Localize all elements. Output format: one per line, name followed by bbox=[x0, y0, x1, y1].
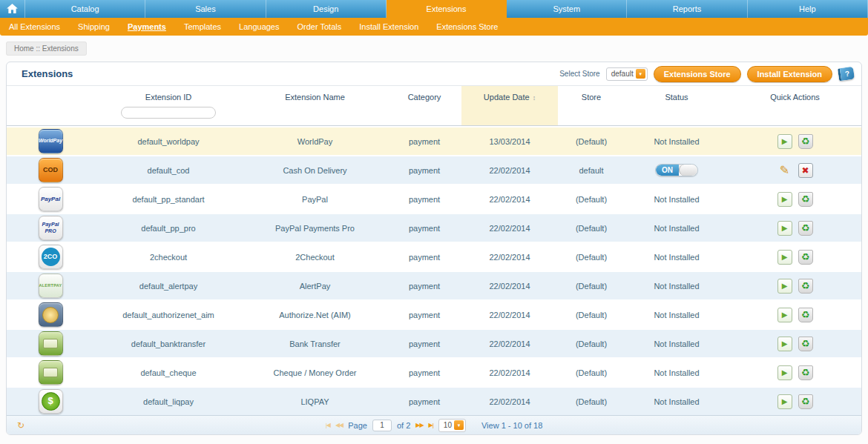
extension-id-cell: default_liqpay bbox=[94, 397, 243, 406]
extension-name-cell: PayPal Payments Pro bbox=[243, 224, 387, 233]
help-book-icon[interactable]: ? bbox=[838, 67, 855, 82]
table-row[interactable]: PayPal PROdefault_pp_proPayPal Payments … bbox=[7, 214, 861, 242]
uninstall-recycle-bin-icon[interactable]: ♻ bbox=[798, 221, 813, 236]
uninstall-recycle-bin-icon[interactable]: ♻ bbox=[798, 365, 813, 380]
quick-actions-cell: ▶♻ bbox=[729, 134, 861, 149]
category-cell: payment bbox=[387, 339, 461, 348]
extension-name-cell: Bank Transfer bbox=[243, 339, 387, 348]
store-cell: (Default) bbox=[558, 282, 625, 291]
store-column-header: Store bbox=[558, 86, 625, 125]
extension-id-cell: default_worldpay bbox=[94, 137, 243, 146]
status-text: Not Installed bbox=[654, 224, 699, 233]
status-text: Not Installed bbox=[654, 282, 699, 291]
home-tab[interactable] bbox=[0, 0, 25, 18]
uninstall-recycle-bin-icon[interactable]: ♻ bbox=[798, 192, 813, 207]
subnav-templates[interactable]: Templates bbox=[184, 22, 221, 31]
uninstall-recycle-bin-icon[interactable]: ♻ bbox=[798, 279, 813, 294]
tab-reports[interactable]: Reports bbox=[627, 0, 747, 18]
store-cell: (Default) bbox=[558, 195, 625, 204]
cash-on-delivery-icon: COD bbox=[39, 158, 63, 182]
refresh-icon[interactable]: ↻ bbox=[17, 420, 47, 431]
subnav-install-extension[interactable]: Install Extension bbox=[359, 22, 418, 31]
last-page-icon[interactable]: ▶| bbox=[429, 422, 433, 428]
next-page-icon[interactable]: ▶▶ bbox=[415, 422, 423, 428]
install-extension-button[interactable]: Install Extension bbox=[747, 66, 832, 82]
tab-design[interactable]: Design bbox=[266, 0, 387, 18]
extension-id-cell: default_cod bbox=[94, 166, 243, 175]
tab-catalog[interactable]: Catalog bbox=[25, 0, 145, 18]
install-play-icon[interactable]: ▶ bbox=[777, 192, 792, 207]
table-row[interactable]: $default_liqpayLIQPAYpayment22/02/2014(D… bbox=[7, 388, 861, 415]
extension-name-cell: Authorize.Net (AIM) bbox=[243, 311, 387, 319]
update-date-cell: 22/02/2014 bbox=[461, 311, 558, 319]
worldpay-logo-icon: WorldPay bbox=[39, 129, 63, 153]
select-store-label: Select Store bbox=[559, 70, 599, 78]
breadcrumb[interactable]: Home :: Extensions bbox=[6, 42, 87, 56]
table-row[interactable]: WorldPaydefault_worldpayWorldPaypayment1… bbox=[7, 127, 861, 155]
uninstall-recycle-bin-icon[interactable]: ♻ bbox=[798, 134, 813, 149]
tab-help[interactable]: Help bbox=[748, 0, 868, 18]
prev-page-icon[interactable]: ◀◀ bbox=[335, 422, 343, 428]
subnav-shipping[interactable]: Shipping bbox=[78, 22, 110, 31]
table-row[interactable]: ALERTPAYdefault_alertpayAlertPaypayment2… bbox=[7, 272, 861, 299]
extension-id-cell: default_cheque bbox=[94, 368, 243, 377]
page-size-select[interactable]: 10 ▾ bbox=[438, 419, 466, 432]
table-row[interactable]: default_banktransferBank Transferpayment… bbox=[7, 330, 861, 357]
uninstall-recycle-bin-icon[interactable]: ♻ bbox=[798, 394, 813, 409]
tab-system[interactable]: System bbox=[507, 0, 627, 18]
store-select[interactable]: default ▾ bbox=[606, 67, 648, 81]
store-cell: (Default) bbox=[558, 368, 625, 377]
install-play-icon[interactable]: ▶ bbox=[777, 337, 792, 351]
table-row[interactable]: default_authorizenet_aimAuthorize.Net (A… bbox=[7, 301, 861, 328]
delete-x-icon[interactable]: ✖ bbox=[798, 163, 813, 178]
first-page-icon[interactable]: |◀ bbox=[326, 422, 330, 428]
status-text: Not Installed bbox=[654, 137, 699, 146]
table-row[interactable]: CODdefault_codCash On Deliverypayment22/… bbox=[7, 156, 861, 184]
toggle-on-label: ON bbox=[656, 165, 679, 176]
install-play-icon[interactable]: ▶ bbox=[777, 221, 792, 236]
extension-icon-cell: 2CO bbox=[7, 245, 94, 269]
subnav-order-totals[interactable]: Order Totals bbox=[297, 22, 342, 31]
status-text: Not Installed bbox=[654, 195, 699, 204]
table-row[interactable]: PayPaldefault_pp_standartPayPalpayment22… bbox=[7, 185, 861, 213]
panel-header: Extensions Select Store default ▾ Extens… bbox=[7, 62, 861, 86]
install-play-icon[interactable]: ▶ bbox=[777, 308, 792, 322]
update-date-column-header[interactable]: Update Date↕ bbox=[461, 86, 558, 125]
category-cell: payment bbox=[387, 137, 461, 146]
extension-id-cell: default_pp_pro bbox=[94, 224, 243, 233]
subnav-languages[interactable]: Languages bbox=[239, 22, 279, 31]
install-play-icon[interactable]: ▶ bbox=[777, 394, 792, 409]
store-cell: (Default) bbox=[558, 339, 625, 348]
edit-icon[interactable]: ✎ bbox=[777, 163, 792, 178]
quick-actions-cell: ▶♻ bbox=[729, 394, 861, 409]
extension-icon-cell bbox=[7, 331, 94, 356]
subnav-extensions-store[interactable]: Extensions Store bbox=[436, 22, 498, 31]
uninstall-recycle-bin-icon[interactable]: ♻ bbox=[798, 308, 813, 322]
uninstall-recycle-bin-icon[interactable]: ♻ bbox=[798, 337, 813, 351]
subnav-all-extensions[interactable]: All Extensions bbox=[9, 22, 60, 31]
install-play-icon[interactable]: ▶ bbox=[777, 250, 792, 265]
tab-extensions[interactable]: Extensions bbox=[387, 0, 507, 18]
quick-actions-cell: ✎✖ bbox=[729, 163, 861, 178]
table-row[interactable]: default_chequeCheque / Money Orderpaymen… bbox=[7, 359, 861, 386]
extension-icon-cell bbox=[7, 302, 94, 327]
extensions-store-button[interactable]: Extensions Store bbox=[654, 66, 741, 82]
page-size-value: 10 bbox=[444, 421, 452, 429]
subnav-payments[interactable]: Payments bbox=[128, 22, 166, 31]
extension-id-filter-input[interactable] bbox=[121, 107, 216, 119]
install-play-icon[interactable]: ▶ bbox=[777, 279, 792, 294]
table-row[interactable]: 2CO2checkout2Checkoutpayment22/02/2014(D… bbox=[7, 243, 861, 271]
extension-id-cell: default_authorizenet_aim bbox=[94, 311, 243, 319]
store-cell: (Default) bbox=[558, 137, 625, 146]
extension-id-column-header: Extension ID bbox=[94, 86, 243, 125]
category-cell: payment bbox=[387, 311, 461, 319]
uninstall-recycle-bin-icon[interactable]: ♻ bbox=[798, 250, 813, 265]
alertpay-logo-icon: ALERTPAY bbox=[39, 274, 63, 298]
page-input[interactable] bbox=[372, 420, 392, 431]
toggle-knob[interactable] bbox=[679, 165, 697, 176]
status-toggle[interactable]: ON bbox=[655, 164, 698, 176]
tab-sales[interactable]: Sales bbox=[145, 0, 266, 18]
install-play-icon[interactable]: ▶ bbox=[777, 365, 792, 380]
store-cell: default bbox=[558, 166, 625, 175]
install-play-icon[interactable]: ▶ bbox=[777, 134, 792, 149]
